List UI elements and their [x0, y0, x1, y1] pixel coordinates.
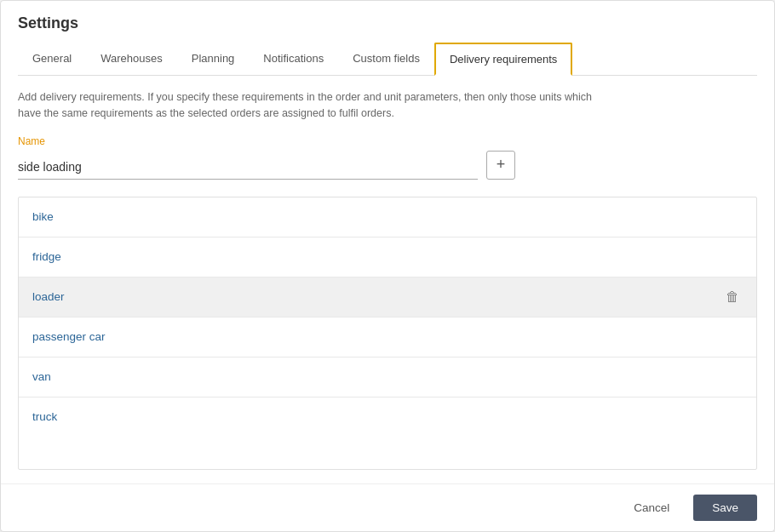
trash-icon: 🗑	[726, 209, 739, 225]
list-item[interactable]: fridge 🗑	[19, 237, 756, 277]
item-label: truck	[32, 410, 57, 423]
modal-title: Settings	[18, 14, 757, 32]
tab-delivery-requirements[interactable]: Delivery requirements	[434, 43, 572, 76]
requirements-list: bike 🗑 fridge 🗑 loader 🗑 passenger car	[18, 197, 757, 471]
trash-icon: 🗑	[726, 409, 739, 425]
trash-icon: 🗑	[726, 289, 739, 305]
input-row: +	[18, 151, 757, 180]
modal-body: Add delivery requirements. If you specif…	[1, 76, 774, 483]
item-label: fridge	[32, 250, 61, 263]
trash-icon: 🗑	[726, 249, 739, 265]
modal-header: Settings General Warehouses Planning Not…	[1, 1, 774, 76]
tab-bar: General Warehouses Planning Notification…	[18, 43, 757, 76]
settings-modal: Settings General Warehouses Planning Not…	[0, 0, 775, 532]
cancel-button[interactable]: Cancel	[618, 495, 685, 521]
list-item[interactable]: passenger car 🗑	[19, 317, 756, 358]
tab-notifications[interactable]: Notifications	[249, 43, 338, 76]
trash-icon: 🗑	[726, 329, 739, 345]
list-item[interactable]: loader 🗑	[19, 277, 756, 317]
delete-button[interactable]: 🗑	[722, 288, 743, 306]
tab-custom-fields[interactable]: Custom fields	[338, 43, 434, 76]
tab-planning[interactable]: Planning	[177, 43, 250, 76]
plus-icon: +	[497, 156, 506, 174]
tab-warehouses[interactable]: Warehouses	[86, 43, 177, 76]
list-item[interactable]: van 🗑	[19, 358, 756, 398]
modal-footer: Cancel Save	[1, 483, 774, 531]
name-form-section: Name +	[18, 135, 757, 180]
name-label: Name	[18, 135, 757, 147]
trash-icon: 🗑	[726, 369, 739, 385]
list-item[interactable]: bike 🗑	[19, 197, 756, 237]
list-item[interactable]: truck 🗑	[19, 398, 756, 437]
item-label: loader	[32, 290, 65, 303]
item-label: bike	[32, 210, 54, 223]
item-label: van	[32, 370, 51, 383]
name-input[interactable]	[18, 155, 478, 180]
save-button[interactable]: Save	[693, 495, 757, 521]
item-label: passenger car	[32, 330, 106, 343]
tab-general[interactable]: General	[18, 43, 86, 76]
add-button[interactable]: +	[486, 151, 515, 180]
description-text: Add delivery requirements. If you specif…	[18, 89, 597, 122]
